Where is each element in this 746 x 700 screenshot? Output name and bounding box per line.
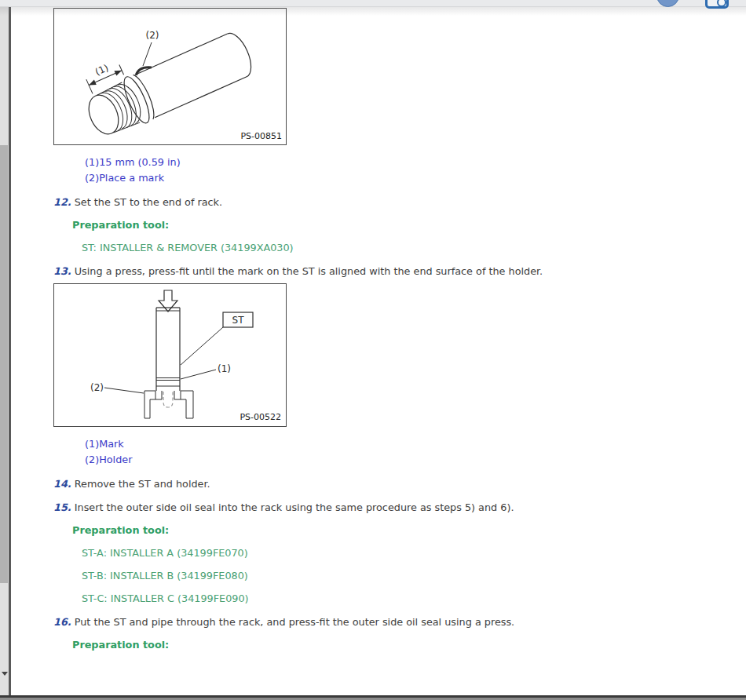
tool-line-st: ST: INSTALLER & REMOVER (34199XA030) bbox=[82, 240, 666, 255]
prep-tool-heading: Preparation tool: bbox=[72, 217, 666, 232]
step-text: Put the ST and pipe through the rack, an… bbox=[75, 616, 514, 628]
caption-line: (1)15 mm (0.59 in) bbox=[85, 155, 666, 170]
left-scrollbar-thumb[interactable] bbox=[0, 145, 8, 583]
step-15: 15. Insert the outer side oil seal into … bbox=[53, 500, 548, 515]
step-text: Set the ST to the end of rack. bbox=[75, 196, 222, 208]
step-number: 15. bbox=[53, 501, 71, 513]
step-number: 14. bbox=[53, 478, 71, 490]
figure-rack-mark: (1) (2) PS-00851 bbox=[53, 8, 287, 145]
fig2-code: PS-00522 bbox=[240, 412, 281, 422]
step-number: 12. bbox=[53, 196, 71, 208]
fig1-captions: (1)15 mm (0.59 in) (2)Place a mark bbox=[85, 155, 666, 186]
step-text: Using a press, press-fit until the mark … bbox=[75, 265, 543, 277]
toolbar-bottom-edge bbox=[0, 0, 746, 7]
fig1-callout-2: (2) bbox=[146, 30, 159, 41]
figure-press-fit: ST (1) (2) PS-00522 bbox=[53, 283, 287, 427]
tool-line-st-b: ST-B: INSTALLER B (34199FE080) bbox=[82, 568, 666, 583]
caption-line: (2)Place a mark bbox=[85, 170, 666, 186]
caption-line: (1)Mark bbox=[85, 436, 666, 452]
caption-line: (2)Holder bbox=[85, 452, 666, 468]
step-16: 16. Put the ST and pipe through the rack… bbox=[53, 614, 548, 629]
step-13: 13. Using a press, press-fit until the m… bbox=[53, 264, 548, 279]
step-number: 13. bbox=[53, 265, 71, 277]
left-scrollbar-track[interactable] bbox=[0, 0, 9, 700]
fig2-callout-1: (1) bbox=[218, 363, 231, 374]
step-12: 12. Set the ST to the end of rack. bbox=[53, 195, 548, 210]
prep-tool-heading: Preparation tool: bbox=[72, 523, 666, 538]
tool-line-st-c: ST-C: INSTALLER C (34199FE090) bbox=[82, 591, 666, 606]
step-14: 14. Remove the ST and holder. bbox=[53, 476, 548, 491]
press-direction-arrow-icon bbox=[159, 290, 177, 312]
press-fit-diagram: ST (1) (2) PS-00522 bbox=[54, 284, 286, 426]
pane-divider bbox=[9, 0, 11, 700]
tool-line-st-a: ST-A: INSTALLER A (34199FE070) bbox=[82, 545, 666, 560]
fig1-code: PS-00851 bbox=[240, 131, 282, 141]
scroll-down-arrow-icon[interactable] bbox=[2, 672, 8, 676]
manual-page: { "toolbar": { "icons": [ {"name": "prof… bbox=[0, 0, 746, 700]
step-text: Insert the outer side oil seal into the … bbox=[75, 501, 514, 513]
rack-cylinder-diagram: (1) (2) PS-00851 bbox=[54, 9, 286, 144]
fig2-st-label: ST bbox=[232, 315, 245, 326]
step-number: 16. bbox=[53, 616, 71, 628]
fig1-callout-1: (1) bbox=[93, 62, 110, 78]
fig2-callout-2: (2) bbox=[90, 382, 104, 393]
prep-tool-heading: Preparation tool: bbox=[72, 637, 666, 652]
step-text: Remove the ST and holder. bbox=[75, 478, 210, 490]
fig2-captions: (1)Mark (2)Holder bbox=[85, 436, 666, 468]
document-content: (1) (2) PS-00851 (1)15 mm (0.59 in) (2)P… bbox=[11, 8, 666, 652]
